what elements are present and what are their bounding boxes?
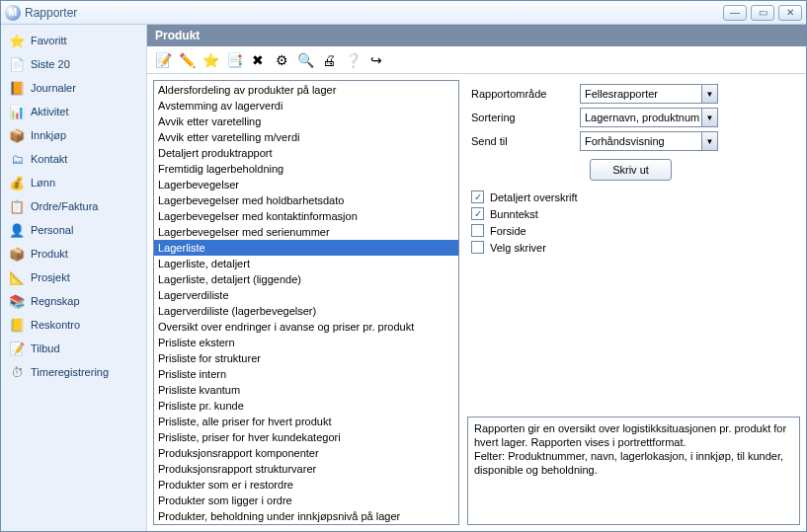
sidebar-item-label: Personal: [31, 224, 73, 236]
sidebar-item-label: Innkjøp: [31, 129, 66, 141]
select-sort[interactable]: Lagernavn, produktnum ▼: [580, 108, 718, 127]
search-icon[interactable]: 🔍: [295, 50, 315, 70]
report-item[interactable]: Prisliste kvantum: [154, 382, 458, 398]
maximize-button[interactable]: ▭: [751, 5, 774, 21]
sidebar-item-ordre-faktura[interactable]: 📋Ordre/Faktura: [1, 194, 146, 218]
checkbox[interactable]: [471, 224, 484, 237]
sidebar-item-label: Prosjekt: [31, 271, 70, 283]
report-item[interactable]: Lagerverdiliste: [154, 287, 458, 303]
report-item[interactable]: Produksjonsrapport komponenter: [154, 445, 458, 461]
report-item[interactable]: Lagerbevegelser med serienummer: [154, 224, 458, 240]
print-icon[interactable]: 🖨: [319, 50, 339, 70]
report-item[interactable]: Avstemming av lagerverdi: [154, 98, 458, 114]
report-item[interactable]: Avvik etter varetelling m/verdi: [154, 129, 458, 145]
select-sendto-value: Forhåndsvisning: [585, 135, 701, 147]
sidebar-item-prosjekt[interactable]: 📐Prosjekt: [1, 266, 146, 289]
sidebar-item-l-nn[interactable]: 💰Lønn: [1, 171, 146, 194]
settings-pane: Rapportområde Fellesrapporter ▼ Sorterin…: [467, 80, 800, 525]
sidebar-item-kontakt[interactable]: 🗂Kontakt: [1, 147, 146, 171]
report-item[interactable]: Fremtidig lagerbeholdning: [154, 161, 458, 177]
edit-icon[interactable]: 📝: [153, 50, 173, 70]
report-item[interactable]: Lagerbevegelser: [154, 177, 458, 192]
report-item[interactable]: Produkter, beholdning under innkjøpsnivå…: [154, 508, 458, 524]
section-title: Produkt: [155, 29, 200, 42]
report-item[interactable]: Prisliste, priser for hver kundekategori: [154, 429, 458, 445]
minimize-button[interactable]: —: [723, 5, 747, 21]
select-sendto[interactable]: Forhåndsvisning ▼: [580, 131, 718, 151]
chevron-down-icon[interactable]: ▼: [701, 132, 717, 150]
sidebar-item-produkt[interactable]: 📦Produkt: [1, 242, 146, 266]
titlebar: M Rapporter — ▭ ✕: [1, 1, 806, 25]
label-sendto: Send til: [471, 135, 580, 147]
description-line-2: Felter: Produktnummer, navn, lagerlokasj…: [474, 449, 793, 477]
help-icon[interactable]: ❔: [343, 50, 363, 70]
checkbox[interactable]: ✓: [471, 190, 484, 203]
description-line-1: Rapporten gir en oversikt over logistikk…: [474, 421, 793, 449]
sidebar-item-innkj-p[interactable]: 📦Innkjøp: [1, 123, 146, 147]
report-item[interactable]: Lagerverdiliste (lagerbevegelser): [154, 303, 458, 319]
sidebar-item-journaler[interactable]: 📙Journaler: [1, 76, 146, 100]
check-row-bunntekst: ✓Bunntekst: [471, 207, 790, 220]
settings-icon[interactable]: ⚙: [272, 50, 291, 70]
report-list[interactable]: Aldersfordeling av produkter på lagerAvs…: [154, 81, 458, 524]
pencil-icon[interactable]: ✏️: [177, 50, 197, 70]
close-button[interactable]: ✕: [778, 5, 802, 21]
aktivitet-icon: 📊: [9, 104, 25, 119]
tilbud-icon: 📝: [9, 341, 25, 356]
report-item[interactable]: Avvik etter varetelling: [154, 114, 458, 129]
report-item[interactable]: Prisliste intern: [154, 366, 458, 382]
report-item[interactable]: Lagerbevegelser med kontaktinformasjon: [154, 208, 458, 224]
report-item[interactable]: Produkter som ligger i ordre: [154, 493, 458, 508]
sidebar-item-label: Journaler: [31, 82, 76, 94]
sidebar-item-regnskap[interactable]: 📚Regnskap: [1, 289, 146, 313]
label-sort: Sortering: [471, 112, 580, 123]
select-report-area[interactable]: Fellesrapporter ▼: [580, 84, 718, 104]
report-item[interactable]: Lagerbevegelser med holdbarhetsdato: [154, 192, 458, 208]
chevron-down-icon[interactable]: ▼: [701, 109, 717, 126]
report-item[interactable]: Aldersfordeling av produkter på lager: [154, 82, 458, 98]
report-item[interactable]: Produkter som er i restordre: [154, 477, 458, 493]
check-row-forside: Forside: [471, 224, 790, 237]
ordre-faktura-icon: 📋: [9, 198, 25, 214]
favoritt-icon: ⭐: [9, 33, 25, 48]
timeregistrering-icon: ⏱: [9, 364, 25, 380]
sidebar-item-label: Timeregistrering: [31, 366, 109, 378]
sidebar-item-personal[interactable]: 👤Personal: [1, 218, 146, 242]
sidebar-item-label: Ordre/Faktura: [31, 200, 98, 212]
report-item[interactable]: Prisliste for strukturer: [154, 350, 458, 366]
report-item[interactable]: Lagerliste, detaljert: [154, 256, 458, 271]
report-item[interactable]: Oversikt over endringer i avanse og pris…: [154, 319, 458, 335]
exit-icon[interactable]: ↪: [366, 50, 386, 70]
personal-icon: 👤: [9, 222, 25, 238]
chevron-down-icon[interactable]: ▼: [701, 85, 717, 103]
main-pane: Produkt 📝✏️⭐📑✖⚙🔍🖨❔↪ Aldersfordeling av p…: [147, 25, 806, 531]
report-item[interactable]: Prisliste, alle priser for hvert produkt: [154, 414, 458, 429]
select-report-area-value: Fellesrapporter: [585, 88, 701, 100]
check-row-velg-skriver: Velg skriver: [471, 241, 790, 254]
sidebar-item-siste-20[interactable]: 📄Siste 20: [1, 52, 146, 76]
reskontro-icon: 📒: [9, 317, 25, 333]
report-item[interactable]: Lagerliste, detaljert (liggende): [154, 271, 458, 287]
report-item[interactable]: Detaljert produktrapport: [154, 145, 458, 161]
checkbox-label: Detaljert overskrift: [490, 191, 578, 203]
sidebar-item-aktivitet[interactable]: 📊Aktivitet: [1, 100, 146, 123]
sidebar-item-timeregistrering[interactable]: ⏱Timeregistrering: [1, 360, 146, 384]
report-item[interactable]: Prisliste ekstern: [154, 335, 458, 350]
copy-icon[interactable]: 📑: [224, 50, 244, 70]
sidebar-item-reskontro[interactable]: 📒Reskontro: [1, 313, 146, 337]
report-item[interactable]: Lagerliste: [154, 240, 458, 256]
innkj-p-icon: 📦: [9, 127, 25, 143]
checkbox[interactable]: [471, 241, 484, 254]
favorite-icon[interactable]: ⭐: [201, 50, 220, 70]
checkbox-label: Forside: [490, 225, 526, 237]
sidebar-item-favoritt[interactable]: ⭐Favoritt: [1, 29, 146, 52]
report-item[interactable]: Prisliste pr. kunde: [154, 398, 458, 414]
regnskap-icon: 📚: [9, 293, 25, 309]
report-item[interactable]: Produksjonsrapport strukturvarer: [154, 461, 458, 477]
print-button[interactable]: Skriv ut: [590, 159, 672, 181]
checkbox[interactable]: ✓: [471, 207, 484, 220]
delete-icon[interactable]: ✖: [248, 50, 268, 70]
window-title: Rapporter: [25, 6, 77, 20]
app-icon: M: [5, 5, 21, 21]
sidebar-item-tilbud[interactable]: 📝Tilbud: [1, 337, 146, 360]
